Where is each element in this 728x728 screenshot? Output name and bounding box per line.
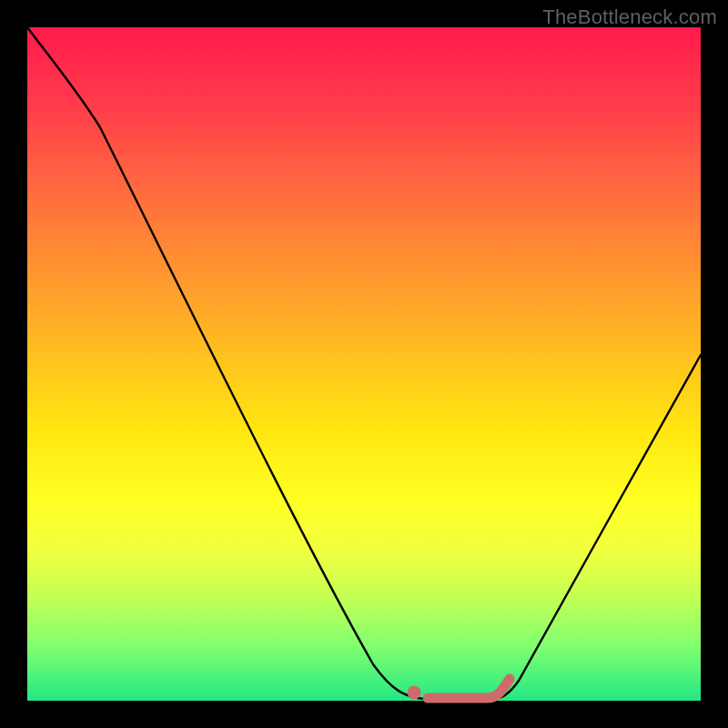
chart-frame: TheBottleneck.com [0, 0, 728, 728]
plot-area [27, 27, 701, 701]
watermark-text: TheBottleneck.com [542, 5, 717, 29]
optimal-start-marker [408, 686, 421, 700]
optimal-flat-segment [428, 679, 510, 698]
curve-svg [27, 27, 701, 701]
bottleneck-curve [27, 27, 701, 699]
